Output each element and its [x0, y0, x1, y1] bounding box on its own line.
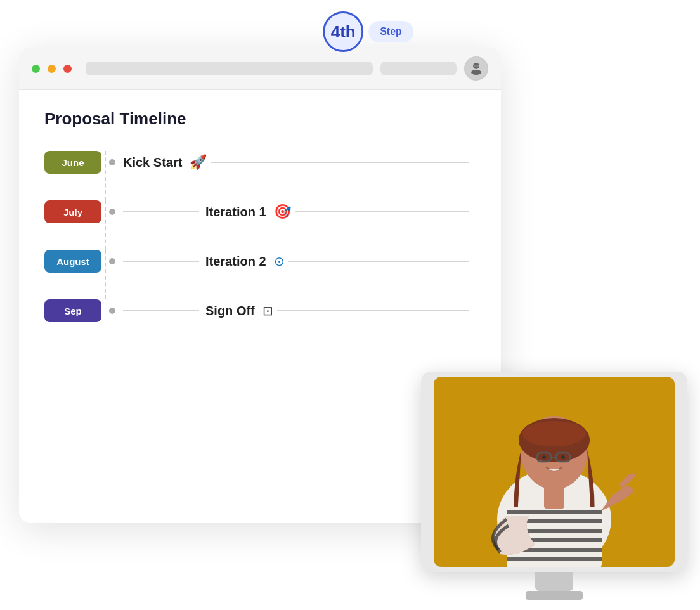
milestone-label-4: Sign Off	[205, 304, 255, 318]
step-label-badge: Step	[368, 21, 413, 42]
month-label: June	[62, 157, 84, 168]
svg-rect-3	[477, 65, 479, 67]
month-label: August	[56, 256, 89, 267]
h-line-4a	[123, 310, 199, 311]
milestone-label-2: Iteration 1	[205, 205, 266, 219]
vertical-line-2	[105, 200, 106, 250]
svg-point-12	[542, 455, 546, 459]
timeline-dot-1	[109, 159, 115, 165]
timeline-row: August Iteration 2 ⊙	[44, 250, 476, 273]
dot-yellow[interactable]	[48, 65, 56, 73]
timeline-dot-3	[109, 258, 115, 264]
milestone-label-1: Kick Start	[123, 155, 182, 170]
step-number-badge: 4th	[323, 11, 363, 52]
h-line-1	[211, 162, 469, 163]
svg-point-1	[471, 70, 481, 75]
step-number: 4th	[331, 22, 356, 42]
iteration2-icon: ⊙	[274, 254, 285, 269]
svg-rect-20	[507, 557, 602, 561]
scene: 4th Step Propo	[0, 0, 700, 610]
search-bar[interactable]	[380, 62, 457, 75]
vertical-line-1	[105, 151, 106, 200]
timeline: June Kick Start 🚀 July Iteration 1	[44, 151, 476, 322]
browser-bar	[19, 48, 501, 90]
svg-point-13	[561, 455, 565, 459]
h-line-4b	[277, 310, 469, 311]
month-badge-sep: Sep	[44, 299, 101, 322]
timeline-dot-2	[109, 209, 115, 215]
month-label: July	[63, 207, 82, 217]
h-line-3a	[123, 261, 199, 262]
avatar[interactable]	[464, 56, 488, 81]
vertical-line-3	[105, 250, 106, 299]
milestone-label-3: Iteration 2	[205, 254, 266, 269]
iteration1-icon: 🎯	[274, 204, 291, 220]
page-title: Proposal Timeline	[44, 109, 476, 129]
dot-red[interactable]	[63, 65, 72, 73]
person-illustration	[465, 393, 643, 567]
timeline-row: July Iteration 1 🎯	[44, 200, 476, 223]
dot-green[interactable]	[32, 65, 40, 73]
monitor-container	[421, 372, 687, 591]
month-badge-july: July	[44, 200, 101, 223]
month-label: Sep	[64, 306, 82, 316]
timeline-row: June Kick Start 🚀	[44, 151, 476, 174]
url-bar[interactable]	[86, 62, 373, 75]
browser-content: Proposal Timeline June Kick Start 🚀	[19, 90, 501, 368]
svg-point-8	[522, 421, 586, 446]
timeline-dot-4	[109, 308, 115, 314]
svg-rect-21	[544, 486, 564, 509]
month-badge-june: June	[44, 151, 101, 174]
signoff-icon: ⊡	[262, 303, 273, 318]
month-badge-august: August	[44, 250, 101, 273]
kick-start-icon: 🚀	[190, 154, 207, 171]
h-line-3b	[288, 261, 469, 262]
monitor-stand	[535, 572, 573, 591]
timeline-row: Sep Sign Off ⊡	[44, 299, 476, 322]
h-line-2a	[123, 211, 199, 212]
h-line-2b	[295, 211, 469, 212]
step-badge-container: 4th Step	[323, 11, 413, 52]
step-label: Step	[380, 26, 402, 37]
svg-rect-2	[474, 65, 476, 67]
svg-rect-15	[507, 510, 602, 514]
monitor-bezel	[421, 372, 687, 572]
monitor-screen	[434, 377, 675, 567]
